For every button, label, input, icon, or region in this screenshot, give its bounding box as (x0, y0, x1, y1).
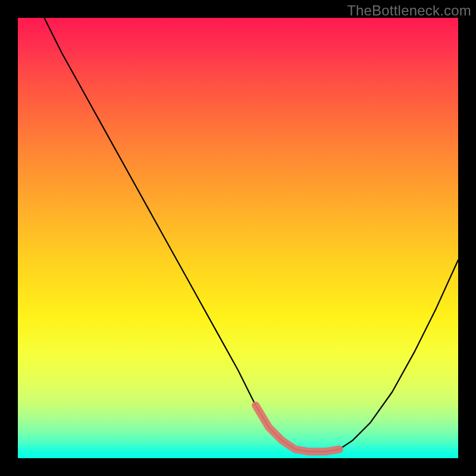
watermark-label: TheBottleneck.com (347, 2, 471, 19)
optimal-range-highlight (256, 405, 340, 452)
chart-frame: TheBottleneck.com (0, 0, 476, 476)
plot-area (18, 18, 458, 458)
bottleneck-curve-path (44, 18, 458, 452)
curve-svg (18, 18, 458, 458)
